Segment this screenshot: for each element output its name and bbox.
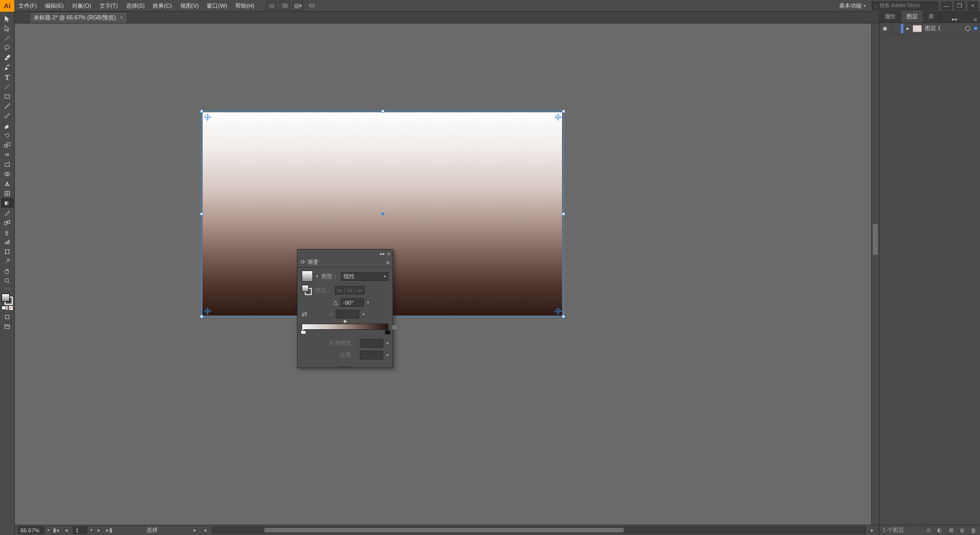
locate-object-icon[interactable]: ⧈ bbox=[925, 527, 932, 534]
width-tool[interactable] bbox=[1, 150, 14, 159]
status-popup-button[interactable]: ▸ bbox=[191, 527, 199, 534]
menu-object[interactable]: 对象(O) bbox=[68, 0, 95, 12]
layer-name[interactable]: 图层 1 bbox=[925, 25, 941, 32]
tab-properties[interactable]: 属性 bbox=[879, 11, 901, 22]
gradient-midpoint-handle[interactable] bbox=[342, 319, 348, 324]
rotate-tool[interactable] bbox=[1, 130, 14, 140]
column-graph-tool[interactable] bbox=[1, 237, 14, 247]
chevron-down-icon[interactable]: ▾ bbox=[367, 300, 369, 305]
sel-handle-mr[interactable] bbox=[562, 212, 565, 215]
gradient-panel[interactable]: ◂◂ × ⟳ 渐变 ≡ ▾ 类型： 线性 bbox=[297, 249, 393, 368]
selection-indicator[interactable] bbox=[973, 26, 978, 31]
prev-artboard-button[interactable]: ◂ bbox=[63, 527, 70, 534]
stock-icon[interactable]: St bbox=[280, 1, 290, 10]
screen-mode-button[interactable] bbox=[1, 322, 14, 331]
menu-file[interactable]: 文件(F) bbox=[14, 0, 41, 12]
vertical-scrollbar[interactable] bbox=[871, 23, 879, 525]
layer-thumbnail[interactable] bbox=[913, 25, 922, 32]
gradient-ramp[interactable]: ▦ bbox=[302, 324, 388, 330]
sel-handle-tr[interactable] bbox=[562, 110, 565, 113]
menu-view[interactable]: 视图(V) bbox=[176, 0, 203, 12]
new-layer-icon[interactable]: 🗎 bbox=[959, 527, 966, 534]
gradient-angle-input[interactable]: -90° bbox=[340, 298, 364, 307]
gradient-panel-titlebar[interactable]: ◂◂ × bbox=[298, 250, 393, 257]
panel-menu-icon[interactable]: ≡ bbox=[386, 259, 389, 265]
next-artboard-button[interactable]: ▸ bbox=[95, 527, 103, 534]
zoom-dropdown-icon[interactable]: ▾ bbox=[47, 528, 50, 532]
screen-mode-icon[interactable]: ⟲⟩ bbox=[306, 1, 316, 10]
gradient-stop-start[interactable] bbox=[301, 329, 305, 334]
close-tab-icon[interactable]: × bbox=[120, 15, 123, 20]
new-sublayer-icon[interactable]: ⊞ bbox=[947, 527, 954, 534]
window-maximize-button[interactable]: ❐ bbox=[954, 2, 965, 10]
artboard-tool[interactable] bbox=[1, 247, 14, 256]
menu-text[interactable]: 文字(T) bbox=[95, 0, 122, 12]
panel-collapse-icon[interactable]: ◂◂ bbox=[379, 251, 384, 256]
document-tab[interactable]: 未标题-2* @ 66.67% (RGB/预览) × bbox=[29, 12, 128, 23]
curvature-tool[interactable] bbox=[1, 62, 14, 72]
eraser-tool[interactable] bbox=[1, 120, 14, 130]
fill-swatch[interactable] bbox=[2, 294, 10, 302]
hscroll-right-button[interactable]: ▸ bbox=[869, 527, 876, 534]
arrange-docs-icon[interactable]: ▥▾ bbox=[293, 1, 303, 10]
fill-stroke-swatches[interactable] bbox=[2, 294, 13, 305]
window-close-button[interactable]: × bbox=[968, 2, 978, 10]
search-stock-field[interactable]: ⌕ 搜索 Adobe Stock bbox=[872, 2, 938, 10]
zoom-tool[interactable] bbox=[1, 276, 14, 285]
gradient-preset-dropdown-icon[interactable]: ▾ bbox=[316, 274, 318, 279]
panel-resize-grip[interactable] bbox=[298, 364, 393, 368]
hand-tool[interactable] bbox=[1, 266, 14, 276]
layer-row[interactable]: ◉ ▸ 图层 1 bbox=[879, 23, 980, 34]
artboard-dropdown-icon[interactable]: ▾ bbox=[90, 528, 92, 532]
delete-layer-icon[interactable]: 🗑 bbox=[970, 527, 977, 534]
magic-wand-tool[interactable] bbox=[1, 33, 14, 43]
gradient-panel-tab[interactable]: ⟳ 渐变 bbox=[301, 258, 318, 266]
rectangle-tool[interactable] bbox=[1, 91, 14, 101]
panel-close-icon[interactable]: × bbox=[387, 251, 390, 257]
gpu-icon[interactable]: ▭ bbox=[266, 1, 277, 10]
tab-libraries[interactable]: 库 bbox=[923, 11, 940, 22]
window-minimize-button[interactable]: — bbox=[941, 2, 951, 10]
sel-handle-br[interactable] bbox=[562, 315, 565, 318]
hscroll-left-button[interactable]: ◂ bbox=[202, 527, 209, 534]
last-artboard-button[interactable]: ▸▮ bbox=[106, 527, 113, 534]
horizontal-scrollbar[interactable] bbox=[212, 527, 866, 533]
eyedropper-tool[interactable] bbox=[1, 208, 14, 217]
perspective-grid-tool[interactable] bbox=[1, 179, 14, 188]
first-artboard-button[interactable]: ▮◂ bbox=[53, 527, 60, 534]
stop-color-picker-icon[interactable]: ▦ bbox=[391, 324, 397, 330]
paintbrush-tool[interactable] bbox=[1, 101, 14, 111]
make-clipping-mask-icon[interactable]: ◐ bbox=[936, 527, 943, 534]
panel-collapse-icon[interactable]: ▸▸ bbox=[949, 16, 961, 22]
gradient-type-select[interactable]: 线性 ▾ bbox=[341, 272, 388, 281]
line-tool[interactable] bbox=[1, 82, 14, 91]
gradient-stop-end[interactable] bbox=[385, 329, 389, 334]
gradient-fill-swatch[interactable] bbox=[302, 285, 309, 292]
canvas-viewport[interactable]: ◂◂ × ⟳ 渐变 ≡ ▾ 类型： 线性 bbox=[15, 23, 879, 525]
shape-builder-tool[interactable] bbox=[1, 169, 14, 179]
mesh-tool[interactable] bbox=[1, 188, 14, 198]
free-transform-tool[interactable] bbox=[1, 159, 14, 169]
tab-layers[interactable]: 图层 bbox=[901, 11, 923, 22]
toggle-fill-stroke-icon[interactable] bbox=[1, 285, 14, 291]
pen-tool[interactable] bbox=[1, 53, 14, 62]
menu-effect[interactable]: 效果(C) bbox=[149, 0, 176, 12]
menu-window[interactable]: 窗口(W) bbox=[203, 0, 231, 12]
gradient-bar[interactable] bbox=[302, 324, 388, 330]
color-mode-gradient[interactable] bbox=[6, 306, 10, 310]
scale-tool[interactable] bbox=[1, 140, 14, 150]
visibility-toggle-icon[interactable]: ◉ bbox=[881, 25, 889, 32]
direct-selection-tool[interactable] bbox=[1, 23, 14, 33]
expand-layer-icon[interactable]: ▸ bbox=[906, 25, 910, 32]
gradient-preview-swatch[interactable] bbox=[302, 271, 313, 282]
reverse-gradient-icon[interactable]: ⇄ bbox=[302, 310, 307, 318]
panel-menu-icon[interactable]: ≡ bbox=[971, 16, 980, 22]
lasso-tool[interactable] bbox=[1, 43, 14, 53]
target-layer-icon[interactable] bbox=[965, 26, 970, 31]
gradient-fill-stroke-toggle[interactable] bbox=[302, 285, 312, 295]
gradient-tool[interactable] bbox=[1, 198, 14, 208]
color-mode-none[interactable] bbox=[9, 306, 13, 310]
selection-tool[interactable] bbox=[1, 14, 14, 23]
type-tool[interactable] bbox=[1, 72, 14, 82]
slice-tool[interactable] bbox=[1, 256, 14, 266]
